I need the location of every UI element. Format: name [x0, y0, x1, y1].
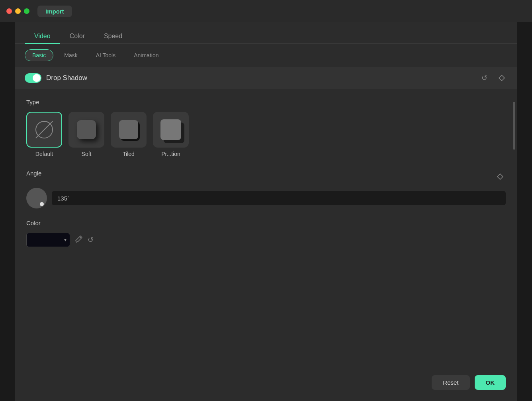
scrollbar[interactable]: [513, 102, 515, 150]
tab-color[interactable]: Color: [60, 29, 94, 44]
angle-wheel[interactable]: [26, 188, 47, 208]
angle-header: Angle: [26, 170, 506, 183]
top-tabs: Video Color Speed: [15, 22, 517, 44]
drop-shadow-toggle[interactable]: [25, 73, 41, 83]
reset-button[interactable]: Reset: [432, 375, 469, 390]
close-button[interactable]: [6, 8, 12, 14]
tab-speed[interactable]: Speed: [94, 29, 132, 44]
drop-shadow-label: Drop Shadow: [46, 74, 479, 82]
type-item-soft[interactable]: Soft: [68, 112, 104, 157]
eyedropper-icon[interactable]: [75, 235, 83, 245]
toggle-knob: [33, 74, 41, 82]
type-item-default[interactable]: Default: [26, 112, 62, 157]
chevron-down-icon: ▾: [64, 237, 66, 243]
diamond-icon[interactable]: [496, 72, 507, 84]
color-label: Color: [26, 220, 506, 226]
minimize-button[interactable]: [15, 8, 21, 14]
type-box-default: [26, 112, 62, 148]
color-reset-icon[interactable]: ↺: [88, 236, 94, 244]
reset-icon[interactable]: ↺: [479, 72, 490, 84]
angle-label: Angle: [26, 170, 41, 177]
type-item-tiled[interactable]: Tiled: [111, 112, 147, 157]
type-section: Type Default Soft: [26, 99, 506, 157]
no-shadow-icon: [35, 121, 53, 138]
section-icons: ↺: [479, 72, 507, 84]
subtab-animation[interactable]: Animation: [126, 49, 166, 61]
color-swatch[interactable]: ▾: [26, 233, 70, 247]
drop-shadow-section: Drop Shadow ↺: [15, 67, 517, 89]
angle-diamond-icon[interactable]: [495, 171, 506, 182]
type-label-default: Default: [35, 151, 53, 157]
subtab-ai-tools[interactable]: AI Tools: [88, 49, 123, 61]
sub-tabs: Basic Mask AI Tools Animation: [15, 44, 517, 67]
type-grid: Default Soft Tiled: [26, 112, 506, 157]
tab-video[interactable]: Video: [25, 29, 60, 44]
type-label-tiled: Tiled: [123, 151, 135, 157]
type-label-projection: Pr...tion: [161, 151, 180, 157]
type-box-projection: [153, 112, 189, 148]
svg-line-0: [80, 237, 81, 238]
main-panel: Video Color Speed Basic Mask AI Tools An…: [15, 22, 517, 401]
angle-dot: [40, 202, 44, 206]
angle-value: 135°: [57, 195, 70, 202]
subtab-basic[interactable]: Basic: [25, 49, 53, 61]
type-label: Type: [26, 99, 506, 105]
tiled-icon: [119, 120, 138, 139]
type-box-soft: [68, 112, 104, 148]
content-area: Type Default Soft: [15, 91, 517, 266]
angle-control: 135°: [26, 188, 506, 208]
ok-button[interactable]: OK: [475, 375, 506, 390]
bottom-bar: Reset OK: [432, 375, 506, 390]
type-box-tiled: [111, 112, 147, 148]
type-label-soft: Soft: [82, 151, 92, 157]
subtab-mask[interactable]: Mask: [57, 49, 85, 61]
angle-section: Angle 135°: [26, 170, 506, 208]
angle-slider[interactable]: 135°: [52, 191, 506, 205]
type-item-projection[interactable]: Pr...tion: [153, 112, 189, 157]
soft-icon: [77, 120, 96, 139]
color-control: ▾ ↺: [26, 233, 506, 247]
title-bar: Import: [0, 0, 532, 22]
import-button[interactable]: Import: [37, 6, 72, 17]
maximize-button[interactable]: [24, 8, 29, 14]
traffic-lights: [6, 8, 29, 14]
proj-icon: [160, 119, 181, 140]
color-section: Color ▾ ↺: [26, 220, 506, 247]
